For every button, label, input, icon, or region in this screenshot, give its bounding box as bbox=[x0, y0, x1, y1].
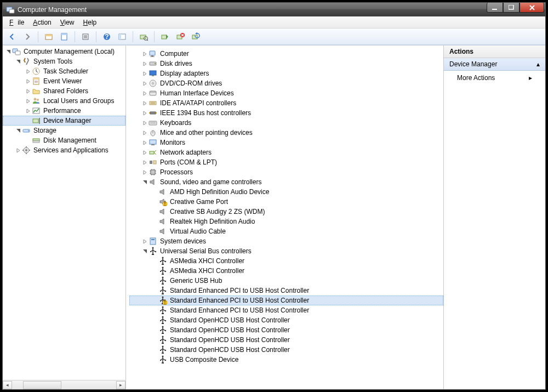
expand-closed-icon[interactable] bbox=[141, 149, 148, 156]
tree-item[interactable]: Standard Enhanced PCI to USB Host Contro… bbox=[129, 286, 443, 296]
expand-closed-icon[interactable] bbox=[25, 107, 31, 114]
tree-item[interactable]: Processors bbox=[129, 167, 443, 177]
tree-item[interactable]: Display adapters bbox=[129, 69, 443, 78]
horizontal-scrollbar[interactable]: ◂ ▸ bbox=[3, 380, 125, 389]
expand-closed-icon[interactable] bbox=[141, 90, 148, 96]
scheduler-icon bbox=[32, 67, 41, 76]
tree-item[interactable]: Sound, video and game controllers bbox=[129, 177, 443, 187]
expand-closed-icon[interactable] bbox=[141, 129, 148, 136]
tree-item[interactable]: Universal Serial Bus controllers bbox=[129, 246, 443, 256]
view-button[interactable] bbox=[116, 31, 128, 43]
window-titlebar[interactable]: Computer Management bbox=[3, 3, 545, 16]
enable-button[interactable] bbox=[159, 31, 171, 43]
tree-item[interactable]: Creative SB Audigy 2 ZS (WDM) bbox=[129, 207, 443, 217]
expand-open-icon[interactable] bbox=[15, 58, 21, 65]
tree-item[interactable]: Storage bbox=[3, 126, 125, 135]
tree-item[interactable]: Ports (COM & LPT) bbox=[129, 157, 443, 167]
tree-item[interactable]: Local Users and Groups bbox=[3, 96, 125, 106]
tree-item[interactable]: IEEE 1394 Bus host controllers bbox=[129, 108, 443, 118]
menu-help[interactable]: Help bbox=[81, 18, 99, 27]
svg-point-34 bbox=[34, 98, 37, 101]
separator bbox=[38, 31, 38, 42]
tree-item[interactable]: Device Manager bbox=[3, 116, 125, 126]
tree-item[interactable]: Mice and other pointing devices bbox=[129, 128, 443, 138]
tree-item[interactable]: Standard OpenHCD USB Host Controller bbox=[129, 345, 443, 355]
expand-closed-icon[interactable] bbox=[141, 169, 148, 175]
help-button[interactable]: ? bbox=[101, 31, 113, 43]
expand-open-icon[interactable] bbox=[5, 48, 12, 55]
tree-item[interactable]: ASMedia XHCI Controller bbox=[129, 266, 443, 276]
scan-hardware-button[interactable] bbox=[138, 31, 150, 43]
close-button[interactable] bbox=[520, 3, 544, 13]
tree-item[interactable]: Services and Applications bbox=[3, 145, 125, 155]
tree-item[interactable]: !Creative Game Port bbox=[129, 197, 443, 207]
expand-closed-icon[interactable] bbox=[141, 110, 148, 116]
expand-closed-icon[interactable] bbox=[141, 50, 148, 57]
tree-item[interactable]: Standard OpenHCD USB Host Controller bbox=[129, 315, 443, 325]
tree-item[interactable]: System Tools bbox=[3, 56, 125, 66]
expand-open-icon[interactable] bbox=[141, 179, 148, 185]
expand-closed-icon[interactable] bbox=[141, 60, 148, 67]
expand-closed-icon[interactable] bbox=[25, 88, 31, 94]
actions-section-device-manager[interactable]: Device Manager ▴ bbox=[444, 58, 545, 71]
scroll-thumb[interactable] bbox=[23, 381, 61, 389]
menu-view[interactable]: View bbox=[58, 18, 77, 27]
svg-rect-37 bbox=[33, 119, 38, 123]
expand-closed-icon[interactable] bbox=[141, 70, 148, 77]
expand-closed-icon[interactable] bbox=[15, 147, 21, 154]
expand-closed-icon[interactable] bbox=[141, 120, 148, 126]
expand-open-icon[interactable] bbox=[15, 127, 21, 134]
tree-item[interactable]: Standard Enhanced PCI to USB Host Contro… bbox=[129, 305, 443, 315]
maximize-button[interactable] bbox=[503, 3, 520, 13]
tree-item[interactable]: Standard OpenHCD USB Host Controller bbox=[129, 335, 443, 345]
collapse-icon: ▴ bbox=[536, 60, 540, 68]
expand-closed-icon[interactable] bbox=[25, 68, 31, 75]
tree-item[interactable]: AMD High Definition Audio Device bbox=[129, 187, 443, 197]
actions-more-actions[interactable]: More Actions ▸ bbox=[444, 71, 545, 85]
tree-item[interactable]: Keyboards bbox=[129, 118, 443, 128]
tree-item[interactable]: Generic USB Hub bbox=[129, 276, 443, 286]
expand-open-icon[interactable] bbox=[141, 248, 148, 254]
tree-item[interactable]: USB Composite Device bbox=[129, 355, 443, 365]
tree-item[interactable]: Virtual Audio Cable bbox=[129, 226, 443, 236]
tree-item[interactable]: Performance bbox=[3, 106, 125, 116]
properties-button[interactable] bbox=[58, 31, 70, 43]
console-tree[interactable]: Computer Management (Local)System ToolsT… bbox=[3, 46, 125, 165]
device-tree[interactable]: ComputerDisk drivesDisplay adaptersDVD/C… bbox=[126, 46, 443, 366]
expand-closed-icon[interactable] bbox=[25, 78, 31, 84]
expand-closed-icon[interactable] bbox=[141, 100, 148, 106]
uninstall-button[interactable] bbox=[174, 31, 186, 43]
tree-item[interactable]: Human Interface Devices bbox=[129, 88, 443, 98]
tree-item[interactable]: Task Scheduler bbox=[3, 66, 125, 76]
expand-closed-icon[interactable] bbox=[141, 139, 148, 146]
tree-item[interactable]: Realtek High Definition Audio bbox=[129, 217, 443, 226]
tree-item[interactable]: DVD/CD-ROM drives bbox=[129, 78, 443, 88]
tree-item[interactable]: ASMedia XHCI Controller bbox=[129, 256, 443, 266]
tree-item[interactable]: System devices bbox=[129, 236, 443, 246]
back-button[interactable] bbox=[6, 31, 18, 43]
tree-item[interactable]: !Standard Enhanced PCI to USB Host Contr… bbox=[129, 296, 443, 305]
tree-item[interactable]: Disk Management bbox=[3, 135, 125, 145]
expand-closed-icon[interactable] bbox=[141, 238, 148, 245]
tree-item[interactable]: Event Viewer bbox=[3, 76, 125, 86]
tree-item[interactable]: Network adapters bbox=[129, 147, 443, 157]
forward-button[interactable] bbox=[21, 31, 33, 43]
expand-closed-icon[interactable] bbox=[141, 80, 148, 87]
scroll-right-button[interactable]: ▸ bbox=[116, 381, 125, 389]
tree-item[interactable]: Shared Folders bbox=[3, 86, 125, 96]
tree-item[interactable]: Computer Management (Local) bbox=[3, 47, 125, 56]
menu-file[interactable]: File bbox=[7, 18, 26, 27]
expand-closed-icon[interactable] bbox=[141, 159, 148, 166]
scroll-left-button[interactable]: ◂ bbox=[3, 381, 12, 389]
tree-item[interactable]: Standard OpenHCD USB Host Controller bbox=[129, 325, 443, 335]
show-hide-console-button[interactable] bbox=[43, 31, 55, 43]
menu-action[interactable]: Action bbox=[31, 18, 53, 27]
export-list-button[interactable] bbox=[79, 31, 92, 43]
expand-closed-icon[interactable] bbox=[25, 98, 31, 104]
tree-item[interactable]: Monitors bbox=[129, 138, 443, 147]
update-driver-button[interactable] bbox=[190, 31, 202, 43]
minimize-button[interactable] bbox=[487, 3, 503, 13]
tree-item[interactable]: Computer bbox=[129, 49, 443, 59]
tree-item[interactable]: IDE ATA/ATAPI controllers bbox=[129, 98, 443, 108]
tree-item[interactable]: Disk drives bbox=[129, 59, 443, 69]
